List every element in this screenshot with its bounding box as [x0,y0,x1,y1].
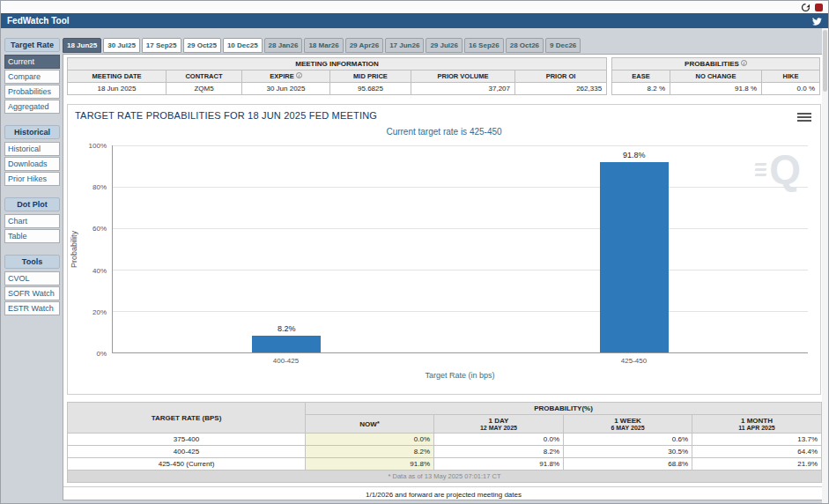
one-day-column-header: 1 DAY12 MAY 2025 [434,415,564,434]
chart-subtitle: Current target rate is 425-450 [68,127,820,137]
tab-17-jun26[interactable]: 17 Jun26 [385,38,424,53]
probability-group-header: PROBABILITY(%) [306,403,822,415]
tab-28-oct26[interactable]: 28 Oct26 [506,38,544,53]
meeting-information-table: MEETING INFORMATION MEETING DATE CONTRAC… [67,57,607,95]
sidebar: Target Rate Current Compare Probabilitie… [4,38,60,316]
y-tick: 0% [96,350,107,358]
week-cell: 30.5% [564,446,692,458]
meeting-tabs: 18 Jun25 30 Jul25 17 Sep25 29 Oct25 10 D… [63,38,581,53]
table-row: 425-450 (Current) 91.8% 91.8% 68.8% 21.9… [68,458,822,471]
chart-menu-icon[interactable] [797,111,811,123]
tab-28-jan26[interactable]: 28 Jan26 [264,38,303,53]
now-cell: 8.2% [306,446,434,458]
tab-29-oct25[interactable]: 29 Oct25 [183,38,221,53]
sidebar-item-current[interactable]: Current [4,55,60,69]
twitter-icon[interactable] [811,16,822,26]
watermark-lines [755,160,766,179]
month-cell: 64.4% [692,446,822,458]
sidebar-section-dot-plot: Dot Plot [4,197,60,211]
sidebar-section-historical: Historical [4,125,60,139]
info-icon[interactable]: i [741,60,747,66]
prior-volume-value: 37,207 [411,83,515,95]
ease-header: EASE [612,70,670,83]
tab-10-dec25[interactable]: 10 Dec25 [223,38,263,53]
bar-400-425[interactable]: 8.2% [252,336,321,352]
sidebar-item-cvol[interactable]: CVOL [4,271,60,285]
one-month-column-header: 1 MONTH11 APR 2025 [692,415,822,434]
tab-18-mar26[interactable]: 18 Mar26 [304,38,343,53]
prior-volume-header: PRIOR VOLUME [411,70,515,83]
sidebar-item-chart[interactable]: Chart [4,214,60,228]
mid-price-value: 95.6825 [330,83,411,95]
chart-title: TARGET RATE PROBABILITIES FOR 18 JUN 202… [75,110,377,121]
y-axis-label: Probability [70,231,78,268]
sidebar-item-downloads[interactable]: Downloads [4,157,60,171]
scrollbar-thumb[interactable] [823,30,827,92]
bar-value-label: 91.8% [623,151,646,159]
week-cell: 0.6% [564,434,692,446]
y-tick: 40% [93,266,107,274]
bar-value-label: 8.2% [278,324,296,333]
probabilities-summary-row: 8.2 % 91.8 % 0.0 % [612,83,820,95]
tab-29-jul26[interactable]: 29 Jul26 [426,38,463,53]
x-axis-label: Target Rate (in bps) [112,371,808,380]
sidebar-section-target-rate: Target Rate [4,38,60,52]
y-tick: 80% [93,183,107,191]
tab-9-dec26[interactable]: 9 Dec26 [545,38,581,53]
probabilities-summary-table: PROBABILITIESi EASE NO CHANGE HIKE 8.2 %… [611,57,820,95]
bar-425-450[interactable]: 91.8% [600,162,669,352]
y-tick: 20% [93,308,107,315]
sidebar-item-historical[interactable]: Historical [4,142,60,156]
no-change-header: NO CHANGE [670,70,762,83]
red-badge-icon[interactable] [815,4,823,11]
mid-price-header: MID PRICE [330,70,411,83]
refresh-icon[interactable] [801,3,810,12]
day-cell: 91.8% [434,458,564,471]
y-tick: 60% [93,225,107,233]
meeting-date-value: 18 Jun 2025 [68,83,167,95]
projected-meetings-note: 1/1/2026 and forward are projected meeti… [63,486,824,499]
sidebar-item-table[interactable]: Table [4,229,60,243]
ease-value: 8.2 % [612,83,670,95]
tab-16-sep26[interactable]: 16 Sep26 [464,38,504,53]
tab-17-sep25[interactable]: 17 Sep25 [142,38,181,53]
vertical-scrollbar[interactable] [822,28,828,503]
sidebar-item-prior-hikes[interactable]: Prior Hikes [4,172,60,186]
quikstrike-watermark: Q [755,149,801,189]
app-header: FedWatch Tool [1,13,828,28]
expire-header: EXPIREi [242,70,330,83]
chart-panel: TARGET RATE PROBABILITIES FOR 18 JUN 202… [67,104,821,395]
table-row: 400-425 8.2% 8.2% 30.5% 64.4% [68,446,822,458]
now-cell: 0.0% [306,434,434,446]
sidebar-section-tools: Tools [4,255,60,269]
table-row: * Data as of 13 May 2025 07:01:17 CT [68,471,822,483]
prior-oi-header: PRIOR OI [515,70,607,83]
meeting-info-title: MEETING INFORMATION [68,58,607,70]
sidebar-item-aggregated[interactable]: Aggregated [4,100,60,114]
browser-chrome-bar [1,1,828,13]
sidebar-item-compare[interactable]: Compare [4,70,60,84]
probability-history-table: TARGET RATE (BPS) PROBABILITY(%) NOW* 1 … [67,402,822,483]
meeting-info-row: 18 Jun 2025 ZQM5 30 Jun 2025 95.6825 37,… [68,83,607,95]
month-cell: 13.7% [692,434,822,446]
day-cell: 0.0% [434,434,564,446]
target-rate-header: TARGET RATE (BPS) [68,403,306,434]
probabilities-title: PROBABILITIESi [612,58,820,70]
info-icon[interactable]: i [296,72,302,78]
expire-value: 30 Jun 2025 [242,83,330,95]
sidebar-item-probabilities[interactable]: Probabilities [4,85,60,99]
x-tick: 425-450 [460,357,808,365]
tab-18-jun25[interactable]: 18 Jun25 [63,38,101,53]
app-title: FedWatch Tool [7,16,70,26]
prior-oi-value: 262,335 [515,83,607,95]
tab-29-apr26[interactable]: 29 Apr26 [345,38,384,53]
watermark-q-logo: Q [769,149,801,189]
now-column-header: NOW* [306,415,434,434]
sidebar-item-estr-watch[interactable]: ESTR Watch [4,301,60,315]
plot-area: 8.2% 91.8% Q [112,145,808,353]
hike-value: 0.0 % [762,83,820,95]
x-axis-ticks: 400-425 425-450 [112,357,808,365]
sidebar-item-sofr-watch[interactable]: SOFR Watch [4,286,60,300]
tab-30-jul25[interactable]: 30 Jul25 [103,38,140,53]
bar-slot: 8.2% [113,145,461,352]
